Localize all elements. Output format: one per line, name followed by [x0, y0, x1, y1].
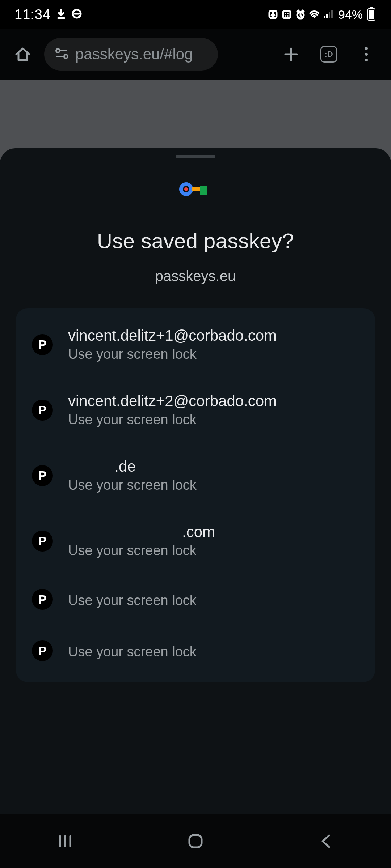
svg-point-14 [64, 55, 68, 58]
svg-point-6 [287, 15, 289, 17]
status-time: 11:34 [14, 7, 51, 22]
svg-point-13 [56, 49, 60, 52]
android-nav-bar [0, 814, 391, 868]
status-puzzle-icon [282, 9, 292, 20]
home-button[interactable] [10, 42, 35, 67]
home-nav-button[interactable] [179, 830, 212, 852]
passkey-item[interactable]: P vincent.delitz+2@corbado.com Use your … [16, 377, 375, 443]
passkey-item[interactable]: P Use your screen lock [16, 625, 375, 676]
tabs-button[interactable]: :D [314, 40, 343, 69]
svg-rect-18 [189, 835, 202, 847]
svg-rect-11 [329, 12, 330, 18]
signal-icon [323, 9, 333, 20]
svg-point-16 [365, 53, 368, 56]
battery-icon [366, 9, 377, 20]
passkey-subtitle: Use your screen lock [68, 412, 277, 427]
site-settings-icon [54, 47, 69, 61]
passkey-item[interactable]: P .com Use your screen lock [16, 508, 375, 574]
dnd-icon [72, 9, 82, 20]
status-box-icon [268, 9, 278, 20]
alarm-icon [295, 9, 306, 20]
passkey-email: vincent.delitz+1@corbado.com [68, 327, 277, 344]
recents-button[interactable] [49, 830, 81, 852]
battery-percent: 94% [338, 8, 363, 22]
svg-rect-12 [331, 10, 333, 18]
back-button[interactable] [310, 830, 342, 852]
passkey-email: vincent.delitz+2@corbado.com [68, 392, 277, 410]
svg-point-8 [314, 17, 315, 18]
sheet-header: Use saved passkey? passkeys.eu [0, 158, 391, 284]
svg-point-5 [285, 15, 286, 17]
passkey-list: P vincent.delitz+1@corbado.com Use your … [16, 308, 375, 682]
passkey-item[interactable]: P Use your screen lock [16, 574, 375, 625]
passkey-subtitle: Use your screen lock [68, 644, 197, 660]
passkey-subtitle: Use your screen lock [68, 477, 197, 493]
svg-point-3 [285, 13, 286, 14]
passkey-item[interactable]: P vincent.delitz+1@corbado.com Use your … [16, 312, 375, 377]
passkey-subtitle: Use your screen lock [68, 346, 277, 362]
new-tab-button[interactable] [277, 40, 306, 69]
provider-icon: P [32, 400, 53, 421]
provider-icon: P [32, 465, 53, 486]
google-passkey-icon [179, 182, 212, 196]
download-icon [57, 9, 65, 20]
svg-rect-2 [283, 11, 290, 18]
passkey-bottom-sheet: Use saved passkey? passkeys.eu P vincent… [0, 148, 391, 868]
passkey-email: .de [68, 458, 197, 475]
passkey-email: .com [68, 523, 215, 541]
provider-icon: P [32, 531, 53, 552]
passkey-subtitle: Use your screen lock [68, 593, 197, 608]
browser-toolbar: passkeys.eu/#log :D [0, 29, 391, 80]
wifi-icon [309, 9, 319, 20]
provider-icon: P [32, 334, 53, 355]
sheet-title: Use saved passkey? [0, 229, 391, 253]
status-left: 11:34 [14, 7, 82, 22]
url-text: passkeys.eu/#log [75, 46, 193, 63]
tabs-count: :D [320, 46, 337, 63]
passkey-subtitle: Use your screen lock [68, 543, 215, 558]
overflow-menu-button[interactable] [352, 40, 381, 69]
svg-point-15 [365, 47, 368, 50]
url-bar[interactable]: passkeys.eu/#log [44, 38, 218, 71]
svg-rect-9 [324, 16, 325, 18]
provider-icon: P [32, 589, 53, 610]
provider-icon: P [32, 640, 53, 661]
status-bar: 11:34 94% [0, 0, 391, 29]
svg-point-4 [287, 13, 289, 14]
svg-point-17 [365, 59, 368, 61]
passkey-item[interactable]: P .de Use your screen lock [16, 443, 375, 508]
sheet-drag-handle[interactable] [176, 155, 215, 158]
status-right: 94% [268, 8, 377, 22]
sheet-domain: passkeys.eu [0, 268, 391, 284]
svg-rect-10 [326, 14, 328, 18]
